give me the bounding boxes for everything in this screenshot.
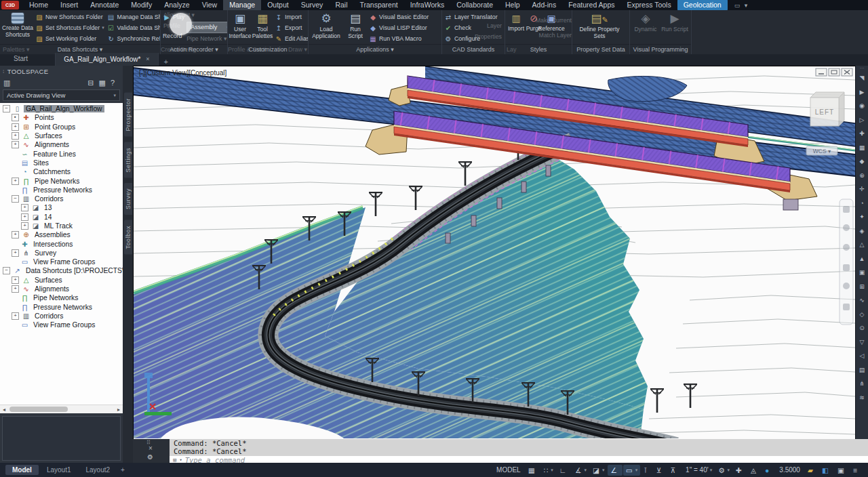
run-script-button[interactable]: ▤ Run Script [344, 12, 367, 40]
status-toggle[interactable]: ✚ [733, 465, 747, 476]
ribbon-button[interactable]: ▨ Set Working Folder [35, 33, 105, 44]
tree-expander[interactable]: + [12, 178, 19, 185]
transparent-command-icon[interactable]: ◔ [860, 196, 863, 211]
toolspace-tab[interactable]: Survey [124, 183, 132, 215]
navigation-bar[interactable] [840, 199, 853, 325]
command-close-icon[interactable]: × [149, 444, 153, 452]
ribbon-tab[interactable]: Output [261, 0, 295, 11]
status-toggle[interactable]: ▦ [526, 465, 540, 476]
tree-item[interactable]: + ◪ 14 [0, 213, 123, 222]
wcs-dropdown[interactable]: WCS ▾ [806, 146, 837, 155]
ribbon-tab[interactable]: InfraWorks [404, 0, 451, 11]
tree-expander[interactable] [12, 322, 18, 328]
ribbon-button[interactable]: ⇄ Layer Translator [444, 12, 500, 22]
tool-palettes-button[interactable]: ▦ Tool Palettes [252, 12, 273, 40]
tree-item[interactable]: ∽ Feature Lines [0, 149, 123, 158]
scroll-right-arrow-icon[interactable]: ▸ [115, 407, 123, 413]
layout-tab[interactable]: Model [5, 465, 39, 475]
status-toggle[interactable]: ▣ [835, 465, 850, 476]
tree-expander[interactable]: − [12, 195, 19, 203]
toolspace-tab[interactable]: Prospector [124, 93, 132, 137]
tree-item[interactable]: + ⋔ Survey [0, 249, 123, 257]
tree-expander[interactable]: + [12, 123, 19, 131]
ribbon-button[interactable]: ☑ Validate Data Shortcuts [107, 22, 160, 33]
ribbon-button[interactable]: ◆ Visual Basic Editor [369, 12, 431, 22]
toolspace-tab[interactable]: Settings [124, 142, 132, 178]
ribbon-button[interactable]: ✎ Edit Aliases ▾ [275, 33, 308, 44]
panel-label[interactable]: Property Set Data [572, 44, 629, 54]
status-toggle[interactable]: ∷ ▾ [541, 465, 556, 476]
scrollbar-thumb[interactable] [9, 407, 68, 412]
tree-item[interactable]: − ▥ Corridors [0, 194, 123, 203]
transparent-command-icon[interactable]: ◁ [860, 349, 865, 363]
tree-item[interactable]: ∏ Pipe Networks [0, 293, 123, 302]
transparent-command-icon[interactable]: △ [860, 238, 865, 252]
status-toggle[interactable]: 3.5000 [775, 465, 804, 475]
tree-expander[interactable]: + [12, 276, 19, 284]
ribbon-tab[interactable]: Help [499, 0, 526, 11]
tree-expander[interactable]: + [21, 222, 28, 230]
ribbon-button[interactable]: ▦ Run VBA Macro [369, 33, 431, 44]
tree-item[interactable]: ▤ Sites [0, 159, 123, 167]
tree-expander[interactable]: + [21, 204, 28, 211]
tree-expander[interactable]: − [3, 105, 10, 112]
panel-label[interactable]: Create Desig Action Recorder ▾ [161, 44, 227, 54]
ribbon-tab[interactable]: Express Tools [621, 0, 677, 11]
transparent-command-icon[interactable]: ◉ [859, 99, 865, 113]
ribbon-tab[interactable]: Featured Apps [562, 0, 620, 11]
status-toggle[interactable]: ⊺ [641, 465, 652, 476]
tree-item[interactable]: ▪ ✚ Points [0, 113, 123, 122]
tree-item[interactable]: − ↗ Data Shortcuts [D:\PROJECTS\Rail Wor… [0, 266, 123, 275]
ribbon-button[interactable]: ↻ Synchronize References [107, 33, 160, 44]
style-tool-button[interactable]: ▣ Reference [542, 12, 560, 32]
transparent-command-icon[interactable]: ⊞ [859, 280, 865, 294]
transparent-command-icon[interactable]: ⋔ [859, 377, 865, 391]
panel-label[interactable]: Visual Programming [630, 44, 691, 54]
app-logo[interactable]: C3D [1, 1, 19, 9]
status-toggle[interactable]: ≡ [850, 465, 863, 476]
toolspace-header[interactable]: ⁞ TOOLSPACE [0, 66, 123, 77]
status-toggle[interactable]: MODEL [492, 465, 525, 475]
status-toggle[interactable]: ◧ [819, 465, 834, 476]
load-application-button[interactable]: ⚙ Load Application [311, 12, 342, 40]
tree-item[interactable]: ▭ View Frame Groups [0, 320, 123, 329]
status-toggle[interactable]: ⊻ [654, 465, 667, 476]
ribbon-button[interactable]: ▤ Manage Data Shortcuts [107, 12, 160, 22]
status-toggle[interactable]: ∟ [557, 465, 572, 476]
status-toggle[interactable]: ▭ ▾ [623, 465, 640, 476]
status-toggle[interactable]: ⊼ [667, 465, 681, 476]
status-toggle[interactable]: ● [762, 465, 774, 476]
transparent-command-icon[interactable]: ◈ [860, 224, 865, 239]
command-customize-icon[interactable]: ⚙ [147, 453, 153, 461]
tree-item[interactable]: + ◪ 13 [0, 203, 123, 212]
transparent-command-icon[interactable]: ▶ [860, 85, 865, 100]
vp-run-script-button[interactable]: ▶ Run Script [661, 12, 688, 33]
viewport-minimize-button[interactable] [816, 68, 827, 76]
transparent-command-icon[interactable]: ▷ [860, 113, 865, 127]
transparent-command-icon[interactable]: ◆ [860, 154, 865, 169]
ribbon-tab[interactable]: Annotate [84, 0, 125, 11]
tree-item[interactable]: ▭ View Frame Groups [0, 257, 123, 266]
tree-expander[interactable]: + [21, 213, 28, 221]
tree-item[interactable]: ∏ Pressure Networks [0, 186, 123, 194]
tree-item[interactable]: + ◪ ML Track [0, 222, 123, 230]
tree-item[interactable]: ∏ Pressure Networks [0, 303, 123, 312]
tree-item[interactable]: + ▥ Corridors [0, 312, 123, 320]
transparent-command-icon[interactable]: ▣ [859, 266, 865, 280]
palette-window-icon[interactable]: ▥ [3, 79, 10, 87]
tree-expander[interactable]: ▪ [12, 114, 19, 121]
tree-expander[interactable]: + [12, 231, 19, 239]
ribbon-tab[interactable]: Collaborate [450, 0, 499, 11]
tree-item[interactable]: + ⊕ Assemblies [0, 230, 123, 239]
status-toggle[interactable]: ◬ [748, 465, 762, 476]
user-interface-button[interactable]: ▣ User Interface [230, 12, 250, 40]
transparent-command-icon[interactable]: ✦ [859, 210, 865, 224]
viewcube[interactable]: LEFT [810, 92, 844, 126]
tree-expander[interactable] [12, 304, 18, 310]
tree-expander[interactable] [12, 187, 18, 193]
tree-expander[interactable] [12, 160, 18, 166]
panorama-icon[interactable]: ▦ [98, 79, 105, 87]
ribbon-tab[interactable]: Transparent [353, 0, 403, 11]
ribbon-tab[interactable]: Modify [125, 0, 158, 11]
file-tab-start[interactable]: Start [0, 53, 56, 66]
